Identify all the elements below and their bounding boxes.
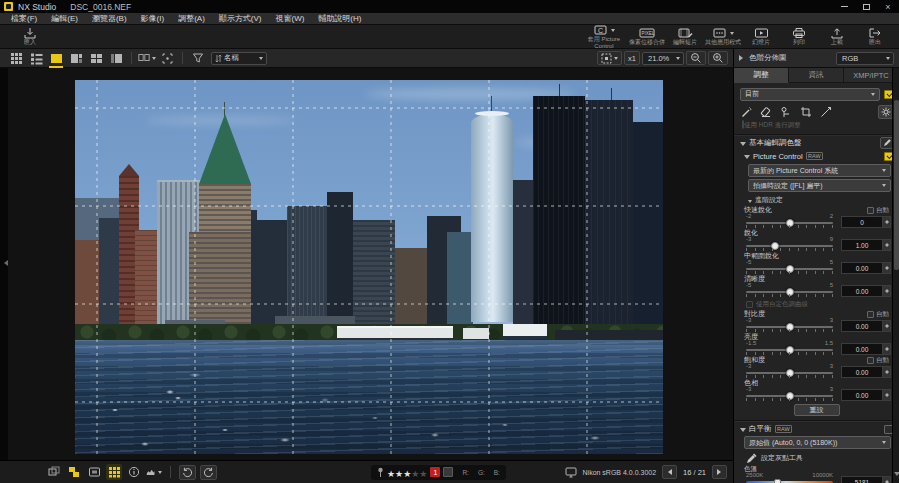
temperature-value-box[interactable]: 5181	[841, 476, 891, 483]
slider-track[interactable]	[746, 268, 833, 270]
thumbnail-list-view-button[interactable]	[27, 51, 45, 66]
slider-track[interactable]	[746, 326, 833, 328]
slider-spinner[interactable]	[882, 239, 891, 251]
info-overlay-button[interactable]	[126, 464, 142, 480]
filmstrip-collapsed-panel[interactable]	[0, 68, 8, 460]
picture-control-section-header[interactable]: Picture Control RAW	[744, 150, 893, 162]
export-button[interactable]: 匯出	[859, 25, 891, 48]
star-icon[interactable]: ★	[419, 469, 427, 479]
white-balance-section-header[interactable]: 白平衡 RAW	[734, 420, 899, 434]
scroll-down-arrow-icon[interactable]	[894, 472, 899, 479]
slider-spinner[interactable]	[882, 285, 891, 297]
image-view-button[interactable]	[47, 51, 65, 66]
panel-settings-button[interactable]	[878, 105, 893, 119]
sync-zoom-icon[interactable]	[158, 51, 176, 66]
slider-spinner[interactable]	[882, 216, 891, 228]
menu-item[interactable]: 輔助說明(H)	[311, 13, 368, 25]
grid-overlay-toggle-button[interactable]	[106, 464, 122, 480]
thumbnail-grid-view-button[interactable]	[7, 51, 25, 66]
slider-spinner[interactable]	[882, 320, 891, 332]
gray-point-tool-button[interactable]: 設定灰點工具	[746, 452, 899, 464]
import-button[interactable]: 匯入	[12, 25, 48, 48]
filter-icon[interactable]	[189, 51, 207, 66]
zoom-in-button[interactable]	[708, 51, 728, 65]
histogram-header[interactable]: 色階分佈圖 RGB	[733, 49, 899, 68]
auto-checkbox[interactable]	[867, 357, 874, 364]
eraser-tool-icon[interactable]	[760, 106, 772, 118]
other-apps-button[interactable]: 其他應用程式	[707, 25, 739, 48]
menu-item[interactable]: 影像(I)	[134, 13, 172, 25]
rotate-cw-button[interactable]	[200, 465, 217, 480]
color-control-point-icon[interactable]	[780, 106, 792, 118]
picture-control-button[interactable]: C 套用 Picture Control	[583, 25, 625, 48]
scrollbar-thumb[interactable]	[894, 100, 899, 270]
slider-spinner[interactable]	[882, 366, 891, 378]
menu-item[interactable]: 編輯(E)	[44, 13, 85, 25]
photo[interactable]	[75, 80, 663, 454]
slider-value-box[interactable]: 0.00	[841, 285, 891, 297]
filmstrip-view-button[interactable]	[107, 51, 125, 66]
slider-track[interactable]	[746, 395, 833, 397]
edit-video-button[interactable]: 編輯短片	[669, 25, 701, 48]
temperature-slider-thumb[interactable]	[774, 479, 781, 483]
straighten-icon[interactable]	[820, 106, 832, 118]
auto-option[interactable]: 自動	[867, 310, 889, 318]
menu-item[interactable]: 瀏覽器(B)	[85, 13, 134, 25]
multi-window-button[interactable]	[66, 464, 82, 480]
basic-adjustments-section-header[interactable]: 基本編輯調色盤	[734, 134, 899, 148]
compare-images-button[interactable]	[46, 464, 62, 480]
star-icon[interactable]: ★	[387, 469, 395, 479]
slider-value-box[interactable]: 0.00	[841, 262, 891, 274]
fit-screen-dropdown[interactable]	[597, 51, 622, 65]
slider-spinner[interactable]	[882, 389, 891, 401]
picture-control-preset-dropdown[interactable]: 拍攝時設定 ([FL] 扁平)	[748, 179, 891, 192]
auto-checkbox[interactable]	[867, 207, 874, 214]
menu-item[interactable]: 調整(A)	[171, 13, 212, 25]
slider-track[interactable]	[746, 222, 833, 224]
label-badge-empty[interactable]	[443, 467, 453, 477]
slider-value-box[interactable]: 0.00	[841, 366, 891, 378]
auto-checkbox[interactable]	[867, 311, 874, 318]
menu-item[interactable]: 檔案(F)	[4, 13, 44, 25]
menu-item[interactable]: 顯示方式(V)	[212, 13, 269, 25]
hdr-checkbox[interactable]	[742, 120, 744, 129]
close-button[interactable]: ×	[877, 0, 899, 13]
white-balance-preset-dropdown[interactable]: 原始值 (Auto0, 0, 0 (5180K))	[744, 436, 891, 449]
auto-option[interactable]: 自動	[867, 356, 889, 364]
print-button[interactable]: 列印	[783, 25, 815, 48]
single-frame-button[interactable]	[86, 464, 102, 480]
sort-dropdown[interactable]: 名稱	[211, 52, 267, 65]
version-dropdown[interactable]: 目前	[740, 88, 880, 101]
tab-adjustments[interactable]: 調整	[734, 68, 789, 83]
custom-curve-checkbox[interactable]	[746, 301, 753, 308]
label-badge[interactable]: 1	[430, 467, 440, 477]
upload-button[interactable]: 上載	[821, 25, 853, 48]
menu-item[interactable]: 視窗(W)	[268, 13, 311, 25]
zoom-1to1-button[interactable]: x1	[624, 51, 640, 65]
slider-value-box[interactable]: 1.00	[841, 239, 891, 251]
panel-scrollbar[interactable]	[892, 68, 899, 483]
image-info-split-view-button[interactable]	[67, 51, 85, 66]
reset-button[interactable]: 重設	[794, 404, 840, 416]
slider-track[interactable]	[746, 349, 833, 351]
auto-option[interactable]: 自動	[867, 206, 889, 214]
slider-value-box[interactable]: 0.00	[841, 320, 891, 332]
histogram-channel-dropdown[interactable]: RGB	[836, 52, 894, 65]
slider-value-box[interactable]: 0	[841, 216, 891, 228]
rotate-ccw-button[interactable]	[179, 465, 196, 480]
crop-icon[interactable]	[800, 106, 812, 118]
slider-track[interactable]	[746, 372, 833, 374]
zoom-out-button[interactable]	[686, 51, 706, 65]
histogram-overlay-button[interactable]	[146, 464, 162, 480]
maximize-button[interactable]	[855, 0, 877, 13]
retouch-brush-icon[interactable]	[740, 106, 752, 118]
pixel-shift-merge-button[interactable]: PIXEL 像素位移合併	[631, 25, 663, 48]
slider-value-box[interactable]: 0.00	[841, 343, 891, 355]
slider-spinner[interactable]	[882, 262, 891, 274]
tab-xmp-iptc[interactable]: XMP/IPTC	[844, 68, 899, 83]
slideshow-button[interactable]: 幻燈片	[745, 25, 777, 48]
star-icon[interactable]: ★	[395, 469, 403, 479]
minimize-button[interactable]	[833, 0, 855, 13]
slider-track[interactable]	[746, 291, 833, 293]
slider-spinner[interactable]	[882, 343, 891, 355]
